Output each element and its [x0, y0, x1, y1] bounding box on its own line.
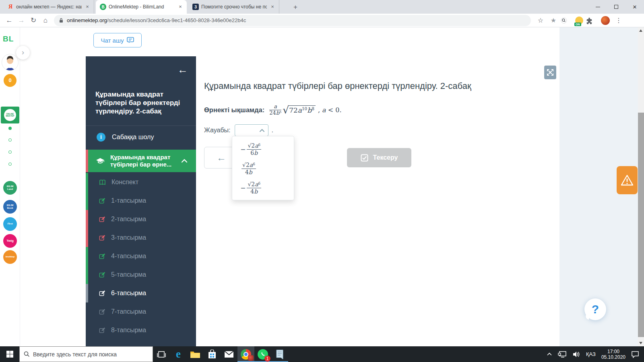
help-button[interactable]: ?: [584, 298, 606, 320]
status-strip: [86, 321, 88, 339]
report-warning-button[interactable]: [617, 166, 638, 194]
answer-row: Жауабы: .: [204, 124, 273, 136]
fraction-a-over-24b5: a 24b5: [269, 104, 281, 116]
mail-icon: [224, 350, 234, 358]
sidebar-back-arrow-icon[interactable]: ←: [178, 64, 188, 76]
action-center-icon[interactable]: [631, 351, 639, 358]
imektep-app-icon[interactable]: imektep: [3, 250, 17, 264]
page-content: BL 0 ONLINE MEKTEP BILIM Land BILIM Book…: [0, 27, 644, 346]
sidebar-item-konspekt[interactable]: Конспект: [86, 173, 196, 191]
tab-yandex-search[interactable]: Я онлайн мектеп — Яндекс: нашл ×: [3, 0, 94, 14]
home-icon[interactable]: ⌂: [39, 16, 52, 25]
volume-icon[interactable]: [572, 351, 580, 358]
extension-search-icon[interactable]: [560, 17, 573, 24]
tab-close-icon[interactable]: ×: [177, 4, 184, 10]
new-tab-button[interactable]: +: [291, 3, 300, 12]
status-strip: [86, 247, 88, 265]
answer-dropdown[interactable]: [235, 124, 268, 136]
window-close-button[interactable]: ✕: [625, 0, 644, 14]
sidebar-item-task-2[interactable]: 2-тапсырма: [86, 210, 196, 228]
sidebar-item-task-3[interactable]: 3-тапсырма: [86, 228, 196, 247]
option-2[interactable]: √2a6 4b: [240, 159, 294, 178]
scroll-up-arrow-icon[interactable]: [639, 29, 642, 32]
edge-icon: e: [176, 348, 181, 360]
nav-dot[interactable]: [8, 150, 12, 154]
address-bar[interactable]: onlinemektep.org/schedule/lesson/3cedc6c…: [54, 15, 531, 26]
lock-icon: [59, 18, 64, 23]
open-chat-button[interactable]: Чат ашу: [93, 33, 142, 47]
app-rail: BL 0 ONLINE MEKTEP BILIM Land BILIM Book…: [0, 27, 20, 346]
extension-on-badge: ON: [574, 23, 581, 26]
bilimbook-app-icon[interactable]: BILIM Book: [3, 200, 17, 214]
taskbar-search-box[interactable]: Введите здесь текст для поиска: [19, 346, 153, 362]
arrow-left-icon: ←: [217, 152, 226, 163]
sidebar-item-task-6-current[interactable]: 6-тапсырма: [86, 284, 196, 302]
nav-dot[interactable]: [8, 138, 12, 142]
tab-close-icon[interactable]: ×: [84, 4, 91, 10]
sidebar-item-overview[interactable]: i Сабаққа шолу: [86, 128, 196, 146]
bilimland-app-icon[interactable]: BILIM Land: [3, 181, 17, 195]
file-explorer-button[interactable]: [187, 346, 204, 362]
item-label: 6-тапсырма: [111, 290, 146, 297]
extension-star-icon[interactable]: ★: [547, 16, 560, 24]
info-icon: i: [97, 133, 105, 142]
extensions-puzzle-icon[interactable]: [586, 17, 599, 24]
sidebar-item-task-8[interactable]: 8-тапсырма: [86, 321, 196, 339]
chrome-button[interactable]: [237, 346, 254, 362]
twig-app-icon[interactable]: Twig: [3, 234, 17, 248]
sidebar-divider: [86, 125, 196, 126]
sidebar-item-task-7[interactable]: 7-тапсырма: [86, 302, 196, 321]
answer-label: Жауабы:: [204, 127, 231, 134]
tab-onlinemektep[interactable]: B OnlineMektep - BilimLand ×: [96, 0, 187, 14]
option-3[interactable]: − √2a6 4b: [240, 178, 294, 197]
clock[interactable]: 17:00 05.10.2020: [601, 349, 625, 360]
tab-close-icon[interactable]: ×: [269, 4, 276, 10]
option-1[interactable]: − √2a6 6b: [240, 140, 294, 159]
fullscreen-button[interactable]: [544, 66, 556, 79]
bookmark-star-icon[interactable]: ☆: [534, 16, 547, 24]
back-icon[interactable]: ←: [3, 16, 15, 25]
tab-znanija[interactable]: 3 Помогите срочно чтобы не пол ×: [188, 0, 279, 14]
extension-on-icon[interactable]: ON: [575, 16, 583, 25]
item-label: 1-тапсырма: [111, 197, 146, 204]
nav-dot[interactable]: [8, 162, 12, 166]
mail-button[interactable]: [221, 346, 237, 362]
language-indicator[interactable]: ҚАЗ: [586, 351, 596, 357]
network-icon[interactable]: [558, 351, 567, 358]
sidebar-item-task-5[interactable]: 5-тапсырма: [86, 265, 196, 284]
ms-store-button[interactable]: [204, 346, 221, 362]
sidebar-item-task-1[interactable]: 1-тапсырма: [86, 191, 196, 210]
points-badge[interactable]: 0: [4, 74, 17, 87]
rail-expand-button[interactable]: ›: [16, 46, 30, 60]
status-strip: [86, 191, 88, 210]
user-avatar[interactable]: [2, 54, 19, 71]
itest-app-icon[interactable]: iTest: [3, 217, 17, 231]
task-view-button[interactable]: [153, 346, 170, 362]
onlinemektep-app-tile[interactable]: ONLINE MEKTEP: [1, 107, 19, 123]
scroll-down-arrow-icon[interactable]: [639, 342, 642, 344]
tab-title: OnlineMektep - BilimLand: [109, 4, 175, 10]
page-scrollbar[interactable]: [638, 27, 644, 346]
item-label: 8-тапсырма: [111, 327, 146, 334]
whatsapp-button[interactable]: 1: [254, 346, 271, 362]
window-maximize-button[interactable]: [607, 0, 625, 14]
sidebar-item-task-4[interactable]: 4-тапсырма: [86, 247, 196, 265]
edge-button[interactable]: e: [170, 346, 187, 362]
tray-chevron-up-icon[interactable]: [547, 352, 552, 356]
check-answer-button[interactable]: Тексеру: [347, 148, 411, 167]
start-button[interactable]: [0, 346, 19, 362]
item-label: 5-тапсырма: [111, 271, 146, 278]
book-icon: [99, 179, 106, 185]
forward-icon[interactable]: →: [15, 16, 27, 25]
scrollbar-thumb[interactable]: [638, 113, 644, 337]
status-strip: [86, 302, 88, 321]
window-minimize-button[interactable]: [588, 0, 607, 14]
browser-menu-icon[interactable]: ⋮: [612, 16, 625, 24]
sidebar-item-module-active[interactable]: Құрамында квадрат түбірлері бар өрне...: [86, 150, 196, 172]
nav-dot-active[interactable]: [8, 127, 12, 130]
reload-icon[interactable]: ↻: [27, 16, 39, 25]
search-icon: [24, 351, 30, 357]
notepad-button[interactable]: [271, 346, 288, 362]
browser-profile-avatar[interactable]: [601, 16, 610, 25]
chevron-up-icon: [259, 129, 265, 132]
